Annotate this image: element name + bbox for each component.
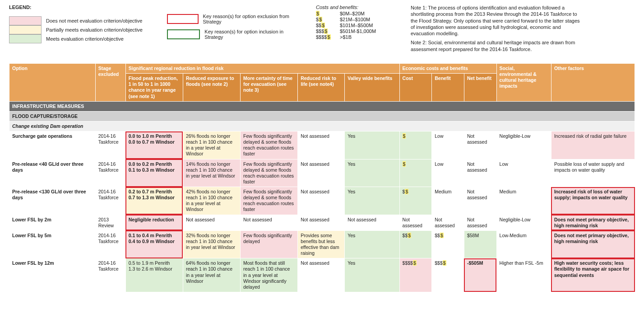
option-name: Lower FSL by 5m <box>9 230 96 258</box>
table-cell: $$ <box>399 187 432 215</box>
table-cell: 26% floods no longer reach 1 in 100 chan… <box>183 131 240 159</box>
legend-criterion: Does not meet evaluation criterion/objec… <box>9 16 153 25</box>
costs-legend: Costs and benefits: $$0M–$20M$$$21M–$100… <box>316 5 397 55</box>
table-cell: Yes <box>345 230 399 258</box>
table-cell: $$$ <box>399 230 432 258</box>
table-cell: $58M <box>464 230 496 258</box>
table-cell: Not assessed <box>298 131 345 159</box>
option-name: Surcharge gate operations <box>9 131 96 159</box>
table-cell: Medium <box>432 187 464 215</box>
swatch <box>9 25 42 34</box>
table-cell: Not assessed <box>298 159 345 187</box>
table-row: Lower FSL by 2m2013 ReviewNegligible red… <box>9 215 635 230</box>
table-row: Surcharge gate operations2014-16 Taskfor… <box>9 131 635 159</box>
table-cell: -$505M <box>464 258 496 292</box>
stage-cell: 2014-16 Taskforce <box>95 258 125 292</box>
hdr-benefit: Benefit <box>432 74 464 102</box>
hdr-cost: Cost <box>399 74 432 102</box>
hdr-other: Other factors <box>551 64 635 102</box>
hdr-certainty: More certainty of time for evacuation (s… <box>241 74 298 102</box>
hdr-peak: Flood peak reduction, 1 in 50 to 1 in 10… <box>125 74 183 102</box>
table-cell: Not assessed <box>464 131 496 159</box>
stage-cell: 2014-16 Taskforce <box>95 159 125 187</box>
cost-legend-row: $$$$101M–$500M <box>316 23 397 28</box>
table-cell: Increased risk of radial gate failure <box>551 131 635 159</box>
table-cell: Few floods significantly delayed <box>241 230 298 258</box>
table-cell: Low-Medium <box>496 230 551 258</box>
table-row: Pre-release <40 GL/d over three days2014… <box>9 159 635 187</box>
table-cell: Not assessed <box>432 215 464 230</box>
hdr-valley: Valley wide benefits <box>345 74 399 102</box>
table-cell: Most floods that still reach 1 in 100 ch… <box>241 258 298 292</box>
table-cell: Not assessed <box>399 215 432 230</box>
legend-criterion: Meets evaluation criterion/objective <box>9 34 153 43</box>
swatch <box>167 29 200 39</box>
cost-legend-row: $$$21M–$100M <box>316 17 397 22</box>
swatch <box>9 16 42 25</box>
legend: LEGEND: Does not meet evaluation criteri… <box>9 5 635 55</box>
legend-notes: Note 1: The process of options identific… <box>411 5 582 55</box>
hdr-econ-group: Economic costs and benefits <box>399 64 496 74</box>
hdr-risk-group: Significant regional reduction in flood … <box>125 64 399 74</box>
table-cell: Yes <box>345 258 399 292</box>
table-cell: 0.0 to 0.2 m Penrith0.1 to 0.3 m Windsor <box>125 159 183 187</box>
stage-cell: 2013 Review <box>95 215 125 230</box>
swatch <box>167 14 199 24</box>
legend-criterion: Partially meets evaluation criterion/obj… <box>9 25 153 34</box>
table-cell: $ <box>399 131 432 159</box>
hdr-exposure: Reduced exposure to floods (see note 2) <box>183 74 240 102</box>
legend-box: Key reason(s) for option inclusion in St… <box>167 29 302 40</box>
table-cell: Higher than FSL -5m <box>496 258 551 292</box>
table-row: Pre-release <130 GL/d over three days201… <box>9 187 635 215</box>
table-cell: 14% floods no longer reach 1 in 100 chan… <box>183 159 240 187</box>
table-cell: Increased risk of loss of water supply; … <box>551 187 635 215</box>
table-cell: Low <box>432 131 464 159</box>
table-cell: Not assessed <box>183 215 240 230</box>
table-cell: Does not meet primary objective, high re… <box>551 230 635 258</box>
table-cell: Few floods significantly delayed & some … <box>241 187 298 215</box>
table-cell: Negligible-Low <box>496 131 551 159</box>
option-name: Lower FSL by 2m <box>9 215 96 230</box>
table-cell: Not assessed <box>345 215 399 230</box>
table-cell: 0.5 to 1.9 m Penrith1.3 to 2.6 m Windsor <box>125 258 183 292</box>
table-cell: $$$$$ <box>399 258 432 292</box>
hdr-life: Reduced risk to life (see note4) <box>298 74 345 102</box>
hdr-social: Social, environmental & cultural heritag… <box>496 64 551 102</box>
table-row: Lower FSL by 5m2014-16 Taskforce0.1 to 0… <box>9 230 635 258</box>
table-cell: Not assessed <box>464 159 496 187</box>
table-cell: $$$ <box>432 230 464 258</box>
table-cell: Yes <box>345 131 399 159</box>
table-cell: 0.0 to 1.0 m Penrith0.0 to 0.7 m Windsor <box>125 131 183 159</box>
table-cell: Yes <box>345 187 399 215</box>
table-cell: Not assessed <box>298 187 345 215</box>
table-cell: Does not meet primary objective, high re… <box>551 215 635 230</box>
table-cell: Not assessed <box>241 215 298 230</box>
table-cell: Not assessed <box>298 215 345 230</box>
table-cell: Not assessed <box>298 258 345 292</box>
table-cell: 42% floods no longer reach 1 in 100 chan… <box>183 187 240 215</box>
table-cell: Not assessed <box>464 215 496 230</box>
hdr-stage: Stage excluded <box>95 64 125 102</box>
cost-legend-row: $$0M–$20M <box>316 11 397 16</box>
table-cell: Possible loss of water supply and impact… <box>551 159 635 187</box>
table-row: Lower FSL by 12m2014-16 Taskforce0.5 to … <box>9 258 635 292</box>
table-cell: Few floods significantly delayed & some … <box>241 131 298 159</box>
stage-cell: 2014-16 Taskforce <box>95 230 125 258</box>
table-cell: Negligible-Low <box>496 215 551 230</box>
table-cell: Not assessed <box>464 187 496 215</box>
cost-legend-row: $$$$$>$1B <box>316 34 397 40</box>
stage-cell: 2014-16 Taskforce <box>95 131 125 159</box>
table-cell: Negligible reduction <box>125 215 183 230</box>
options-table: Option Stage excluded Significant region… <box>9 63 635 292</box>
option-name: Pre-release <40 GL/d over three days <box>9 159 96 187</box>
table-cell: High water security costs; less flexibil… <box>551 258 635 292</box>
option-name: Lower FSL by 12m <box>9 258 96 292</box>
hdr-net: Net benefit <box>464 74 496 102</box>
legend-title: LEGEND: <box>9 5 153 10</box>
table-cell: Low <box>496 159 551 187</box>
table-cell: Few floods significantly delayed & some … <box>241 159 298 187</box>
table-cell: 64% floods no longer reach 1 in 100 chan… <box>183 258 240 292</box>
cost-legend-row: $$$$$501M-$1,000M <box>316 28 397 34</box>
table-cell: Provides some benefits but less effectiv… <box>298 230 345 258</box>
stage-cell: 2014-16 Taskforce <box>95 187 125 215</box>
